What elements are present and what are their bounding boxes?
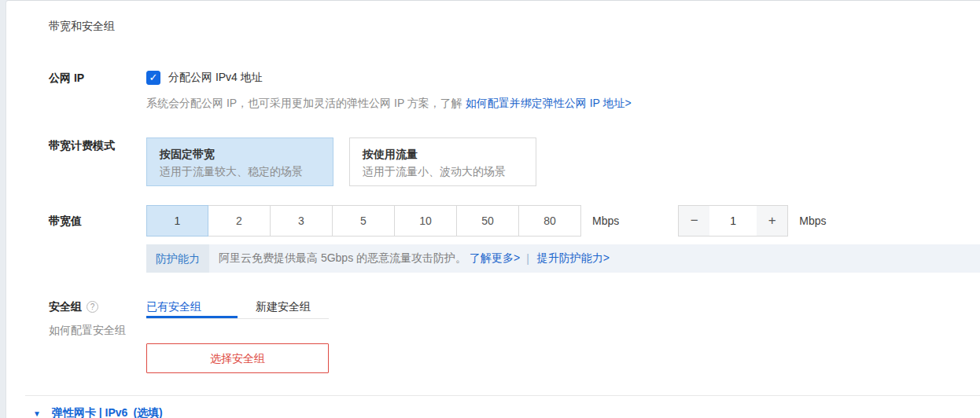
eni-ipv6-collapse-header[interactable]: ▼ 弹性网卡 | IPv6 (选填) (33, 406, 980, 418)
footer-divider (25, 395, 980, 396)
billing-mode-row: 带宽计费模式 按固定带宽 适用于流量较大、稳定的场景 按使用流量 适用于流量小、… (49, 138, 980, 186)
bandwidth-option-1[interactable]: 1 (146, 205, 208, 236)
help-icon[interactable]: ? (87, 301, 98, 313)
billing-option-subtitle: 适用于流量较大、稳定的场景 (160, 163, 320, 180)
bandwidth-segment-group: 1 2 3 5 10 50 80 (146, 205, 581, 236)
tab-existing-security-group[interactable]: 已有安全组 (146, 299, 238, 318)
security-group-row: 安全组 ? 如何配置安全组 已有安全组 新建安全组 选择安全组 (49, 299, 980, 373)
upgrade-protection-link[interactable]: 提升防护能力> (537, 251, 610, 266)
stepper-minus-button[interactable]: − (679, 206, 709, 236)
bandwidth-security-card: 带宽和安全组 公网 IP ✓ 分配公网 IPv4 地址 系统会分配公网 IP，也… (6, 0, 980, 418)
bandwidth-value-label: 带宽值 (49, 213, 146, 229)
bandwidth-option-50[interactable]: 50 (457, 205, 519, 236)
tab-new-security-group[interactable]: 新建安全组 (238, 299, 329, 318)
billing-option-title: 按使用流量 (363, 145, 523, 163)
stepper-plus-button[interactable]: + (757, 206, 787, 236)
protection-notice-row: 防护能力 阿里云免费提供最高 5Gbps 的恶意流量攻击防护。 了解更多> | … (49, 244, 980, 273)
assign-ipv4-checkbox[interactable]: ✓ (146, 71, 160, 85)
assign-ipv4-checkbox-label[interactable]: 分配公网 IPv4 地址 (168, 71, 263, 85)
protection-notice-bar: 防护能力 阿里云免费提供最高 5Gbps 的恶意流量攻击防护。 了解更多> | … (146, 244, 980, 273)
billing-option-subtitle: 适用于流量小、波动大的场景 (363, 163, 523, 180)
caret-down-icon: ▼ (33, 409, 41, 418)
stepper-value-input[interactable]: 1 (709, 206, 757, 236)
optional-hint: (选填) (133, 406, 162, 418)
bandwidth-value-row: 带宽值 1 2 3 5 10 50 80 Mbps − 1 + Mbps (49, 205, 980, 236)
security-group-tabs: 已有安全组 新建安全组 (146, 299, 329, 319)
bandwidth-unit: Mbps (592, 214, 619, 227)
select-security-group-button[interactable]: 选择安全组 (146, 343, 329, 373)
security-group-howto-link[interactable]: 如何配置安全组 (49, 322, 146, 338)
security-group-label-col: 安全组 ? 如何配置安全组 (49, 299, 146, 373)
protection-tag: 防护能力 (146, 244, 209, 273)
billing-mode-label: 带宽计费模式 (49, 138, 146, 186)
bandwidth-option-80[interactable]: 80 (519, 205, 581, 236)
bandwidth-option-2[interactable]: 2 (208, 205, 271, 236)
notice-separator: | (526, 252, 529, 265)
section-title: 带宽和安全组 (49, 18, 980, 34)
eip-config-link[interactable]: 如何配置并绑定弹性公网 IP 地址> (466, 97, 632, 109)
billing-option-fixed-bandwidth[interactable]: 按固定带宽 适用于流量较大、稳定的场景 (146, 138, 333, 186)
bandwidth-option-3[interactable]: 3 (271, 205, 333, 236)
learn-more-link[interactable]: 了解更多> (470, 251, 520, 266)
public-ip-row: 公网 IP ✓ 分配公网 IPv4 地址 系统会分配公网 IP，也可采用更加灵活… (49, 70, 980, 111)
stepper-unit: Mbps (799, 214, 826, 227)
bandwidth-option-10[interactable]: 10 (395, 205, 457, 236)
public-ip-label: 公网 IP (49, 70, 146, 111)
bandwidth-option-5[interactable]: 5 (333, 205, 395, 236)
eni-ipv6-title: 弹性网卡 | IPv6 (52, 406, 128, 418)
protection-text: 阿里云免费提供最高 5Gbps 的恶意流量攻击防护。 (219, 251, 466, 266)
billing-option-by-traffic[interactable]: 按使用流量 适用于流量小、波动大的场景 (349, 138, 536, 186)
public-ip-description: 系统会分配公网 IP，也可采用更加灵活的弹性公网 IP 方案，了解 (146, 97, 466, 109)
security-group-label: 安全组 (49, 299, 82, 314)
billing-option-title: 按固定带宽 (160, 145, 320, 163)
bandwidth-stepper: − 1 + (678, 205, 788, 236)
check-icon: ✓ (149, 72, 158, 83)
